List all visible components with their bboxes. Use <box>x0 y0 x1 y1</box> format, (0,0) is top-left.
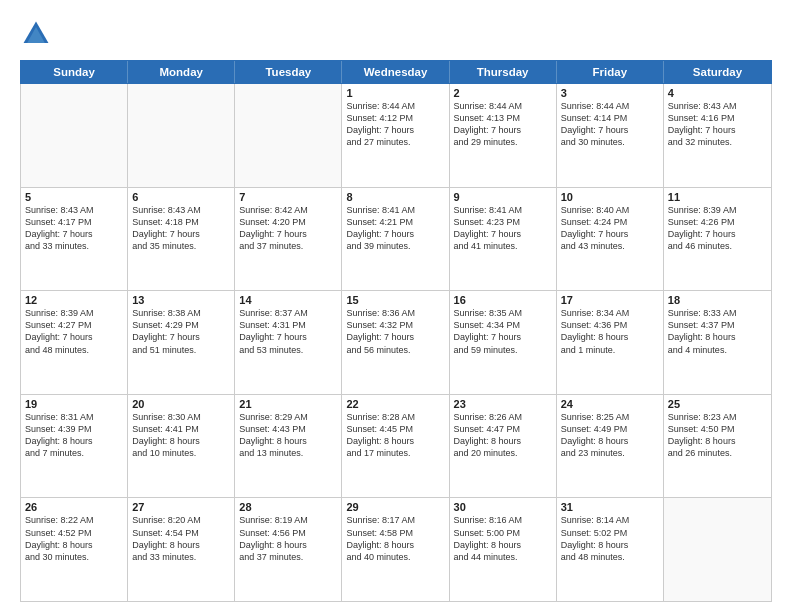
calendar-cell: 7Sunrise: 8:42 AMSunset: 4:20 PMDaylight… <box>235 188 342 291</box>
day-number: 25 <box>668 398 767 410</box>
cell-info: and 30 minutes. <box>25 551 123 563</box>
cell-info: and 13 minutes. <box>239 447 337 459</box>
cell-info: Sunrise: 8:35 AM <box>454 307 552 319</box>
cell-info: Daylight: 7 hours <box>668 228 767 240</box>
cell-info: and 56 minutes. <box>346 344 444 356</box>
calendar-row: 19Sunrise: 8:31 AMSunset: 4:39 PMDayligh… <box>21 395 771 499</box>
calendar-cell: 12Sunrise: 8:39 AMSunset: 4:27 PMDayligh… <box>21 291 128 394</box>
calendar-cell: 6Sunrise: 8:43 AMSunset: 4:18 PMDaylight… <box>128 188 235 291</box>
cell-info: and 30 minutes. <box>561 136 659 148</box>
cell-info: Sunset: 4:58 PM <box>346 527 444 539</box>
calendar-cell: 20Sunrise: 8:30 AMSunset: 4:41 PMDayligh… <box>128 395 235 498</box>
calendar-cell: 8Sunrise: 8:41 AMSunset: 4:21 PMDaylight… <box>342 188 449 291</box>
cell-info: Sunrise: 8:34 AM <box>561 307 659 319</box>
day-number: 5 <box>25 191 123 203</box>
cell-info: Sunset: 4:13 PM <box>454 112 552 124</box>
cell-info: Sunset: 4:18 PM <box>132 216 230 228</box>
cell-info: and 27 minutes. <box>346 136 444 148</box>
cell-info: Daylight: 7 hours <box>668 124 767 136</box>
cell-info: Daylight: 8 hours <box>561 435 659 447</box>
day-number: 12 <box>25 294 123 306</box>
cell-info: Sunrise: 8:44 AM <box>454 100 552 112</box>
cell-info: and 46 minutes. <box>668 240 767 252</box>
cell-info: Sunrise: 8:26 AM <box>454 411 552 423</box>
cell-info: and 40 minutes. <box>346 551 444 563</box>
page: SundayMondayTuesdayWednesdayThursdayFrid… <box>0 0 792 612</box>
cell-info: Daylight: 7 hours <box>346 124 444 136</box>
cell-info: Sunrise: 8:20 AM <box>132 514 230 526</box>
calendar-cell: 31Sunrise: 8:14 AMSunset: 5:02 PMDayligh… <box>557 498 664 601</box>
day-number: 10 <box>561 191 659 203</box>
calendar-cell: 10Sunrise: 8:40 AMSunset: 4:24 PMDayligh… <box>557 188 664 291</box>
cell-info: and 37 minutes. <box>239 240 337 252</box>
calendar-cell <box>235 84 342 187</box>
cell-info: Daylight: 8 hours <box>561 331 659 343</box>
day-number: 26 <box>25 501 123 513</box>
weekday-header: Friday <box>557 61 664 83</box>
calendar-cell: 1Sunrise: 8:44 AMSunset: 4:12 PMDaylight… <box>342 84 449 187</box>
weekday-header: Wednesday <box>342 61 449 83</box>
day-number: 29 <box>346 501 444 513</box>
cell-info: Sunset: 4:45 PM <box>346 423 444 435</box>
cell-info: Daylight: 7 hours <box>346 331 444 343</box>
day-number: 7 <box>239 191 337 203</box>
calendar-row: 26Sunrise: 8:22 AMSunset: 4:52 PMDayligh… <box>21 498 771 601</box>
calendar-cell: 4Sunrise: 8:43 AMSunset: 4:16 PMDaylight… <box>664 84 771 187</box>
cell-info: Sunrise: 8:19 AM <box>239 514 337 526</box>
calendar-cell: 15Sunrise: 8:36 AMSunset: 4:32 PMDayligh… <box>342 291 449 394</box>
cell-info: and 41 minutes. <box>454 240 552 252</box>
day-number: 28 <box>239 501 337 513</box>
cell-info: and 17 minutes. <box>346 447 444 459</box>
cell-info: Sunset: 4:56 PM <box>239 527 337 539</box>
calendar-cell <box>21 84 128 187</box>
cell-info: Sunrise: 8:17 AM <box>346 514 444 526</box>
calendar-cell: 28Sunrise: 8:19 AMSunset: 4:56 PMDayligh… <box>235 498 342 601</box>
cell-info: Sunrise: 8:36 AM <box>346 307 444 319</box>
cell-info: Sunrise: 8:37 AM <box>239 307 337 319</box>
cell-info: Daylight: 7 hours <box>132 331 230 343</box>
cell-info: Sunset: 4:21 PM <box>346 216 444 228</box>
cell-info: Sunset: 4:20 PM <box>239 216 337 228</box>
cell-info: Sunset: 4:37 PM <box>668 319 767 331</box>
cell-info: Daylight: 8 hours <box>454 435 552 447</box>
cell-info: Daylight: 7 hours <box>239 228 337 240</box>
calendar-row: 1Sunrise: 8:44 AMSunset: 4:12 PMDaylight… <box>21 84 771 188</box>
cell-info: and 23 minutes. <box>561 447 659 459</box>
cell-info: Daylight: 7 hours <box>132 228 230 240</box>
cell-info: Sunset: 4:26 PM <box>668 216 767 228</box>
cell-info: and 1 minute. <box>561 344 659 356</box>
calendar-cell: 23Sunrise: 8:26 AMSunset: 4:47 PMDayligh… <box>450 395 557 498</box>
calendar-cell: 27Sunrise: 8:20 AMSunset: 4:54 PMDayligh… <box>128 498 235 601</box>
cell-info: Daylight: 8 hours <box>454 539 552 551</box>
header <box>20 18 772 50</box>
weekday-header: Monday <box>128 61 235 83</box>
cell-info: Sunset: 4:32 PM <box>346 319 444 331</box>
cell-info: and 39 minutes. <box>346 240 444 252</box>
day-number: 9 <box>454 191 552 203</box>
cell-info: Sunrise: 8:31 AM <box>25 411 123 423</box>
cell-info: and 53 minutes. <box>239 344 337 356</box>
cell-info: Sunset: 4:29 PM <box>132 319 230 331</box>
calendar: SundayMondayTuesdayWednesdayThursdayFrid… <box>20 60 772 602</box>
day-number: 22 <box>346 398 444 410</box>
cell-info: Daylight: 8 hours <box>132 539 230 551</box>
cell-info: and 20 minutes. <box>454 447 552 459</box>
weekday-header: Thursday <box>450 61 557 83</box>
cell-info: and 59 minutes. <box>454 344 552 356</box>
cell-info: Sunset: 4:36 PM <box>561 319 659 331</box>
calendar-cell: 14Sunrise: 8:37 AMSunset: 4:31 PMDayligh… <box>235 291 342 394</box>
cell-info: Sunset: 4:12 PM <box>346 112 444 124</box>
cell-info: Daylight: 7 hours <box>454 331 552 343</box>
calendar-cell: 9Sunrise: 8:41 AMSunset: 4:23 PMDaylight… <box>450 188 557 291</box>
cell-info: Daylight: 7 hours <box>25 228 123 240</box>
cell-info: Sunrise: 8:43 AM <box>668 100 767 112</box>
cell-info: Sunset: 4:54 PM <box>132 527 230 539</box>
cell-info: Sunrise: 8:33 AM <box>668 307 767 319</box>
cell-info: Sunset: 4:31 PM <box>239 319 337 331</box>
cell-info: Daylight: 8 hours <box>132 435 230 447</box>
cell-info: and 37 minutes. <box>239 551 337 563</box>
cell-info: Sunrise: 8:16 AM <box>454 514 552 526</box>
cell-info: Daylight: 7 hours <box>239 331 337 343</box>
day-number: 4 <box>668 87 767 99</box>
cell-info: Sunset: 4:14 PM <box>561 112 659 124</box>
